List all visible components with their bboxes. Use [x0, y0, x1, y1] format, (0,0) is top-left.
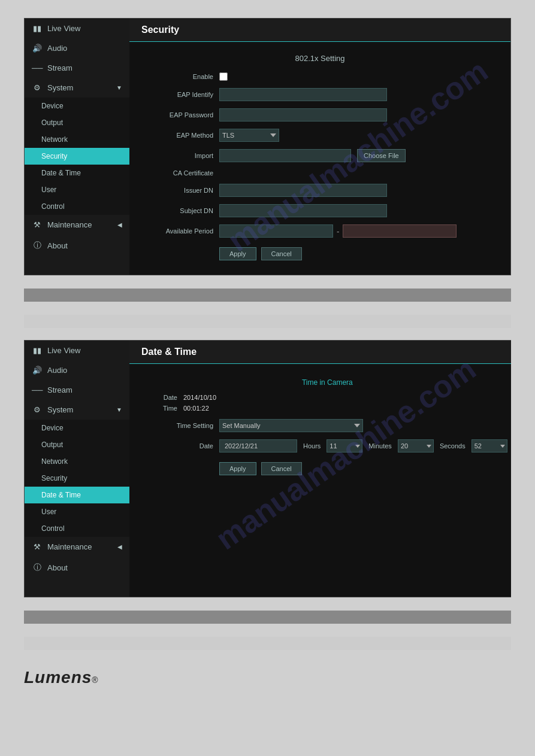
sidebar2-item-maintenance[interactable]: ⚒ Maintenance ◀: [25, 537, 129, 557]
sidebar2-item-stream[interactable]: ── Stream: [25, 380, 129, 400]
sidebar-datetime-label: Date & Time: [41, 169, 81, 177]
period-start-input: [219, 224, 333, 238]
panel1-buttons: Apply Cancel: [147, 247, 492, 260]
eap-identity-row: EAP Identify: [147, 88, 492, 101]
time-info-value: 00:01:22: [183, 405, 209, 412]
hours-label: Hours: [303, 442, 321, 450]
bottom-bar-2b: [24, 637, 511, 650]
time-info-label: Time: [147, 405, 177, 412]
sidebar2-subitem-datetime[interactable]: Date & Time: [25, 487, 129, 503]
sidebar-item-audio[interactable]: 🔊 Audio: [25, 38, 129, 58]
panel1-title: Security: [129, 19, 510, 42]
sidebar-subitem-user[interactable]: User: [25, 181, 129, 198]
panel2-apply-button[interactable]: Apply: [219, 462, 256, 475]
stream2-icon: ──: [32, 385, 43, 394]
panel2-buttons: Apply Cancel: [147, 462, 507, 475]
sidebar2-network-label: Network: [41, 457, 68, 466]
sidebar2-maintenance-label: Maintenance: [47, 542, 92, 551]
enable-row: Enable: [147, 72, 492, 81]
import-label: Import: [147, 152, 213, 159]
panel1-apply-button[interactable]: Apply: [219, 247, 256, 260]
enable-checkbox[interactable]: [219, 72, 228, 81]
import-row: Import Choose File: [147, 149, 492, 162]
sidebar2-subitem-security[interactable]: Security: [25, 470, 129, 487]
system-arrow-icon: ▼: [116, 84, 122, 91]
sidebar-subitem-datetime[interactable]: Date & Time: [25, 165, 129, 181]
sidebar-control-label: Control: [41, 202, 65, 211]
time-setting-label: Time Setting: [147, 422, 213, 429]
eap-method-label: EAP Method: [147, 132, 213, 139]
subject-dn-row: Subject DN: [147, 204, 492, 217]
sidebar-item-stream[interactable]: ── Stream: [25, 58, 129, 78]
sidebar-system-label: System: [47, 83, 73, 92]
eap-identity-input[interactable]: [219, 88, 387, 101]
sidebar-subitem-control[interactable]: Control: [25, 198, 129, 215]
date-info-label: Date: [147, 394, 177, 401]
sidebar2-system-label: System: [47, 405, 73, 414]
ca-cert-label: CA Certificate: [147, 169, 213, 177]
sidebar-subitem-security[interactable]: Security: [25, 148, 129, 165]
bottom-bar-2a: [24, 611, 511, 624]
hours-select[interactable]: 11: [327, 439, 362, 453]
sidebar2-subitem-network[interactable]: Network: [25, 453, 129, 470]
eap-method-select[interactable]: TLS PEAP: [219, 129, 279, 142]
sidebar-stream-label: Stream: [47, 63, 72, 72]
panel1-cancel-button[interactable]: Cancel: [261, 247, 302, 260]
sidebar2-subitem-user[interactable]: User: [25, 503, 129, 520]
sidebar2-item-liveview[interactable]: ▮▮ Live View: [25, 341, 129, 360]
time-setting-select[interactable]: Set Manually Sync with NTP: [219, 419, 363, 432]
eap-password-row: EAP Password: [147, 108, 492, 122]
sidebar-user-label: User: [41, 186, 56, 194]
eap-password-label: EAP Password: [147, 111, 213, 119]
panel1-section-title: 802.1x Setting: [147, 54, 492, 63]
time-info-row: Time 00:01:22: [147, 405, 507, 412]
panel2-cancel-button[interactable]: Cancel: [261, 462, 302, 475]
sidebar-panel2: ▮▮ Live View 🔊 Audio ── Stream ⚙ System …: [25, 341, 129, 597]
sidebar2-subitem-device[interactable]: Device: [25, 420, 129, 436]
gear2-icon: ⚙: [32, 405, 43, 414]
subject-dn-label: Subject DN: [147, 207, 213, 214]
minutes-select[interactable]: 20: [398, 439, 434, 453]
choose-file-button[interactable]: Choose File: [357, 149, 406, 162]
sidebar2-subitem-control[interactable]: Control: [25, 520, 129, 537]
time-setting-row: Time Setting Set Manually Sync with NTP: [147, 419, 507, 432]
panel2-title: Date & Time: [129, 341, 511, 364]
sidebar2-device-label: Device: [41, 424, 64, 432]
eap-method-row: EAP Method TLS PEAP: [147, 129, 492, 142]
sidebar-about-label: About: [47, 241, 68, 250]
sidebar2-audio-label: Audio: [47, 366, 67, 375]
sidebar-maintenance-label: Maintenance: [47, 220, 92, 229]
seconds-select[interactable]: 52: [471, 439, 507, 453]
seconds-label: Seconds: [440, 442, 466, 450]
maintenance2-icon: ⚒: [32, 542, 43, 551]
sidebar2-item-about[interactable]: ⓘ About: [25, 557, 129, 578]
sidebar2-liveview-label: Live View: [47, 346, 80, 355]
import-input[interactable]: [219, 149, 351, 162]
period-end-input: [343, 224, 457, 238]
sidebar2-subitem-output[interactable]: Output: [25, 436, 129, 453]
date-info-row: Date 2014/10/10: [147, 394, 507, 401]
sidebar2-stream-label: Stream: [47, 385, 72, 394]
minutes-label: Minutes: [368, 442, 392, 450]
eap-password-input[interactable]: [219, 108, 387, 122]
sidebar2-item-system[interactable]: ⚙ System ▼: [25, 400, 129, 420]
sidebar-panel1: ▮▮ Live View 🔊 Audio ── Stream ⚙ System …: [25, 19, 129, 275]
sidebar-subitem-device[interactable]: Device: [25, 98, 129, 114]
bottom-bar-1a: [24, 289, 511, 302]
sidebar-item-system[interactable]: ⚙ System ▼: [25, 78, 129, 98]
maintenance-icon: ⚒: [32, 220, 43, 229]
audio-icon: 🔊: [32, 44, 43, 53]
sidebar-subitem-network[interactable]: Network: [25, 131, 129, 148]
bottom-bar-1b: [24, 315, 511, 328]
date-set-input[interactable]: [219, 439, 297, 453]
sidebar-subitem-output[interactable]: Output: [25, 114, 129, 131]
ca-cert-row: CA Certificate: [147, 169, 492, 177]
sidebar2-item-audio[interactable]: 🔊 Audio: [25, 360, 129, 380]
sidebar2-output-label: Output: [41, 441, 63, 449]
sidebar-item-liveview[interactable]: ▮▮ Live View: [25, 19, 129, 38]
date-info-value: 2014/10/10: [183, 394, 216, 401]
sidebar-item-maintenance[interactable]: ⚒ Maintenance ◀: [25, 215, 129, 235]
sidebar-item-about[interactable]: ⓘ About: [25, 235, 129, 256]
sidebar-output-label: Output: [41, 119, 63, 127]
liveview2-icon: ▮▮: [32, 346, 43, 355]
